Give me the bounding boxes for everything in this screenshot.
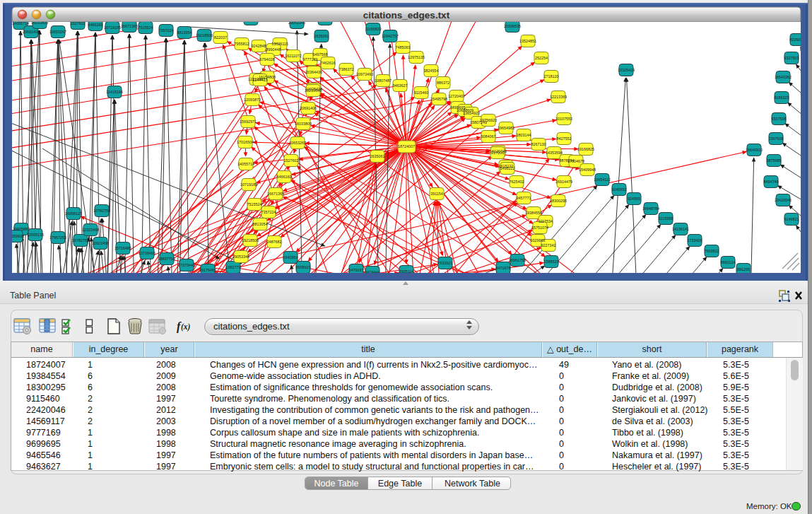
svg-text:12975135: 12975135 <box>408 55 425 59</box>
svg-text:1244415: 1244415 <box>253 78 268 82</box>
svg-text:13524851: 13524851 <box>519 39 536 43</box>
svg-text:10719185: 10719185 <box>240 182 257 187</box>
svg-text:252254: 252254 <box>535 56 548 60</box>
svg-text:8267130: 8267130 <box>531 142 546 146</box>
svg-text:2635061: 2635061 <box>370 154 385 158</box>
svg-text:2718120: 2718120 <box>544 74 559 78</box>
svg-text:3875685: 3875685 <box>767 158 782 163</box>
svg-text:2487682: 2487682 <box>267 240 282 244</box>
svg-text:924565: 924565 <box>628 197 640 201</box>
svg-text:9457771: 9457771 <box>517 196 531 200</box>
svg-text:3824554: 3824554 <box>424 69 439 73</box>
svg-text:11415194: 11415194 <box>106 90 123 94</box>
svg-text:10973493: 10973493 <box>356 72 373 76</box>
svg-text:29053346: 29053346 <box>233 255 249 259</box>
svg-text:17373446: 17373446 <box>178 263 195 267</box>
svg-text:13736465: 13736465 <box>139 251 155 255</box>
svg-text:19166825: 19166825 <box>577 147 594 151</box>
svg-text:(x): (x) <box>181 322 191 332</box>
svg-text:22420046: 22420046 <box>775 198 792 202</box>
svg-text:13325419: 13325419 <box>618 68 635 72</box>
svg-text:16914479: 16914479 <box>555 180 572 184</box>
svg-text:8660124: 8660124 <box>721 260 736 264</box>
svg-text:7357224: 7357224 <box>159 28 174 33</box>
svg-text:7663822: 7663822 <box>705 249 719 253</box>
svg-text:7515524: 7515524 <box>139 25 153 30</box>
svg-text:10107553: 10107553 <box>555 117 572 121</box>
svg-text:18300295: 18300295 <box>550 199 567 203</box>
svg-text:1588520: 1588520 <box>544 259 559 264</box>
svg-text:1117534: 1117534 <box>539 219 553 223</box>
svg-text:822037: 822037 <box>214 35 227 40</box>
svg-text:3215958: 3215958 <box>659 216 673 221</box>
svg-text:1640954: 1640954 <box>283 255 298 259</box>
svg-text:8427552: 8427552 <box>557 136 572 141</box>
svg-text:7625402: 7625402 <box>510 180 524 184</box>
svg-text:19218506: 19218506 <box>196 33 213 37</box>
svg-text:8813054: 8813054 <box>177 30 192 35</box>
svg-text:10653267: 10653267 <box>289 141 306 145</box>
svg-text:9245652: 9245652 <box>612 187 627 192</box>
svg-text:16210643: 16210643 <box>305 88 322 93</box>
svg-text:217006: 217006 <box>491 151 504 155</box>
svg-text:19176465: 19176465 <box>199 268 216 272</box>
svg-text:6466160: 6466160 <box>277 175 292 179</box>
svg-text:15716485: 15716485 <box>114 246 131 250</box>
svg-text:1382779: 1382779 <box>226 265 241 269</box>
svg-text:20206535: 20206535 <box>504 24 521 28</box>
svg-text:16211072: 16211072 <box>285 54 302 58</box>
svg-text:12213369: 12213369 <box>550 95 567 99</box>
svg-text:16782759: 16782759 <box>72 238 89 243</box>
svg-text:16671365: 16671365 <box>121 24 138 28</box>
svg-text:6466160: 6466160 <box>88 23 103 27</box>
svg-text:13626115: 13626115 <box>271 42 288 46</box>
svg-text:5498222: 5498222 <box>500 166 515 170</box>
svg-text:7357224: 7357224 <box>261 210 276 214</box>
svg-text:15409948: 15409948 <box>579 168 596 172</box>
svg-text:17016504: 17016504 <box>237 140 254 144</box>
svg-text:12323468: 12323468 <box>82 228 99 232</box>
svg-text:9242848: 9242848 <box>252 44 266 48</box>
svg-text:12720407: 12720407 <box>448 94 465 98</box>
svg-text:9463627: 9463627 <box>393 83 408 88</box>
svg-text:10654112: 10654112 <box>594 177 611 182</box>
svg-text:14136141: 14136141 <box>672 227 689 231</box>
svg-text:18724007: 18724007 <box>398 144 415 148</box>
svg-text:16671365: 16671365 <box>267 192 284 196</box>
svg-text:6794028: 6794028 <box>260 57 275 62</box>
svg-text:14055714: 14055714 <box>237 162 254 166</box>
svg-text:15495798: 15495798 <box>430 97 447 101</box>
svg-text:9146821: 9146821 <box>784 217 799 221</box>
svg-text:17004678: 17004678 <box>567 159 584 163</box>
svg-text:12942757: 12942757 <box>382 34 399 38</box>
svg-text:16648784: 16648784 <box>642 206 659 211</box>
svg-text:8454749: 8454749 <box>764 180 779 184</box>
svg-text:12505135: 12505135 <box>27 233 44 237</box>
svg-text:15692971: 15692971 <box>240 119 257 124</box>
svg-text:8186323: 8186323 <box>775 95 789 100</box>
svg-text:10782759: 10782759 <box>93 209 110 213</box>
svg-text:19384554: 19384554 <box>525 211 542 215</box>
svg-text:16033809: 16033809 <box>295 122 312 126</box>
svg-text:17957253: 17957253 <box>49 235 66 240</box>
svg-text:9327508: 9327508 <box>772 117 787 121</box>
svg-text:1733426: 1733426 <box>688 238 702 243</box>
svg-text:10807487: 10807487 <box>375 78 392 83</box>
svg-text:14353594: 14353594 <box>546 151 563 155</box>
svg-text:9329966: 9329966 <box>531 238 546 243</box>
svg-text:30975887: 30975887 <box>13 227 30 231</box>
svg-text:19756923: 19756923 <box>480 118 497 122</box>
svg-text:7386372: 7386372 <box>339 67 354 71</box>
svg-text:16961758: 16961758 <box>509 258 526 262</box>
svg-text:16958127: 16958127 <box>65 211 82 216</box>
svg-text:11156829: 11156829 <box>365 27 381 31</box>
svg-text:6479197: 6479197 <box>349 268 364 272</box>
svg-text:8938923: 8938923 <box>296 265 311 269</box>
svg-text:7632621: 7632621 <box>438 261 453 265</box>
svg-text:9327503: 9327503 <box>784 56 799 60</box>
svg-text:10719185: 10719185 <box>104 25 121 30</box>
svg-text:20691406: 20691406 <box>300 106 317 110</box>
svg-text:7485063: 7485063 <box>396 45 411 49</box>
svg-text:9115460: 9115460 <box>414 90 429 95</box>
svg-text:16640910: 16640910 <box>746 148 763 152</box>
